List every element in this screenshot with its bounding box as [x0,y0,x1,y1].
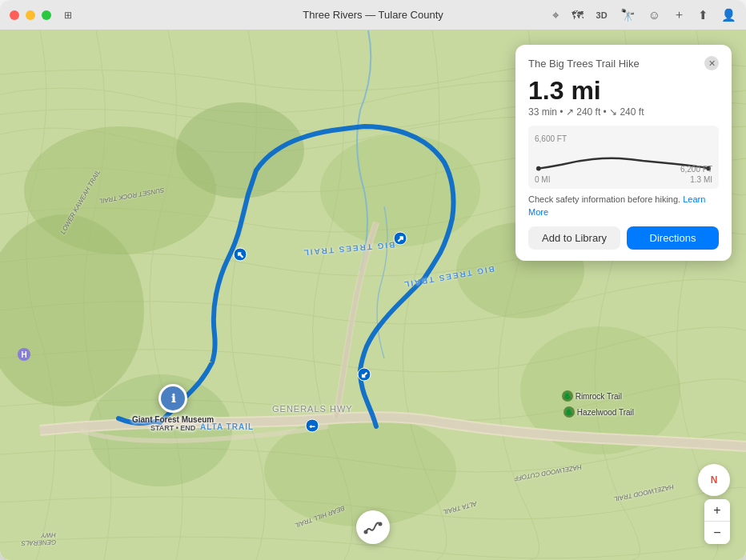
rimrock-trail-marker[interactable]: 🌲 Rimrock Trail [562,390,622,402]
generals-hwy-label: GENERALS HWY [272,404,353,414]
svg-point-3 [176,102,304,198]
safety-text: Check safety information before hiking. … [528,194,719,218]
rimrock-label: Rimrock Trail [576,392,622,401]
titlebar: ⊞ Three Rivers — Tulare County ⌖ 🗺 3D 🔭 … [0,0,746,30]
navigation-icon[interactable]: ⌖ [552,8,559,22]
face-icon[interactable]: ☺ [648,8,660,22]
card-close-button[interactable]: ✕ [704,56,719,70]
add-icon[interactable]: ＋ [673,7,685,22]
add-to-library-button[interactable]: Add to Library [528,226,620,250]
close-button[interactable] [10,10,19,20]
hazelwood-trail-marker[interactable]: 🌲 Hazelwood Trail [564,406,634,418]
binoculars-icon[interactable]: 🔭 [620,8,636,22]
share-icon[interactable]: ⬆ [698,8,708,22]
trail-route-button[interactable] [356,510,390,544]
svg-text:↖: ↖ [237,250,243,259]
hazelwood-dot: 🌲 [564,406,575,418]
elevation-profile: 6,200 FT [535,145,712,174]
zoom-in-button[interactable]: + [704,499,730,522]
maximize-button[interactable] [42,10,51,20]
museum-marker[interactable]: ℹ Giant Forest Museum START • END [132,384,214,432]
rimrock-dot: 🌲 [562,390,573,402]
traffic-lights [10,10,51,20]
toolbar: ⌖ 🗺 3D 🔭 ☺ ＋ ⬆ 👤 [552,7,736,22]
marker-icon: ℹ [158,384,187,413]
elevation-high-label: 6,600 FT [535,130,712,145]
zoom-controls: + − [704,499,730,544]
marker-label: Giant Forest Museum START • END [132,415,214,432]
elevation-distance-labels: 0 MI 1.3 MI [535,175,712,184]
minimize-button[interactable] [26,10,35,20]
svg-text:↙: ↙ [361,370,367,379]
svg-text:H: H [21,350,26,359]
map-controls: N + − [698,464,730,544]
card-actions: Add to Library Directions [528,226,719,250]
window-icon: ⊞ [64,10,72,21]
zoom-out-button[interactable]: − [704,522,730,544]
account-icon[interactable]: 👤 [721,8,736,22]
card-header: The Big Trees Trail Hike ✕ [528,56,719,70]
hazelwood-label: Hazelwood Trail [577,408,634,417]
card-title: The Big Trees Trail Hike [528,58,640,70]
card-meta: 33 min • ↗ 240 ft • ↘ 240 ft [528,106,719,118]
map-icon[interactable]: 🗺 [572,8,584,22]
compass-button[interactable]: N [698,464,730,496]
info-card: The Big Trees Trail Hike ✕ 1.3 mi 33 min… [515,45,732,261]
svg-point-21 [365,531,367,534]
map-container[interactable]: ↖ ↗ ↙ ← H BIG TREES TRAIL BIG TREES TRAI… [0,30,746,560]
generals-hwy-lower: GENERALS HWY [14,531,57,547]
svg-point-22 [379,523,382,526]
app-window: ⊞ Three Rivers — Tulare County ⌖ 🗺 3D 🔭 … [0,0,746,560]
elevation-chart: 6,600 FT 6,200 FT 0 MI 1.3 MI [528,126,719,189]
svg-text:←: ← [308,422,316,430]
3d-icon[interactable]: 3D [596,10,608,20]
card-distance: 1.3 mi [528,77,719,105]
svg-text:↗: ↗ [397,234,403,243]
svg-point-4 [320,134,480,246]
directions-button[interactable]: Directions [627,226,719,250]
svg-point-19 [536,166,541,171]
window-title: Three Rivers — Tulare County [303,9,443,21]
